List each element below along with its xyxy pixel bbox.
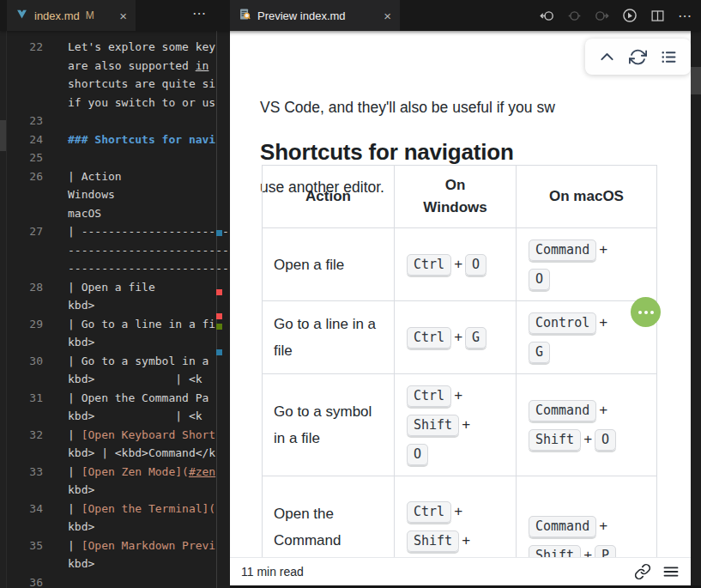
editor-line: 31| Open the Command Pa xyxy=(0,389,230,408)
code-segment: [Open the Terminal]( xyxy=(82,502,216,515)
table-row: Go to a symbol in a fileCtrl+Shift+OComm… xyxy=(263,374,657,476)
modified-badge: M xyxy=(86,9,94,21)
close-icon[interactable]: × xyxy=(384,9,391,22)
code-segment: | Go to a line in a fi xyxy=(68,318,215,330)
key-line: Control+ xyxy=(529,308,644,337)
editor-line: 28| Open a file xyxy=(0,278,230,297)
preview-scrollbar[interactable] xyxy=(691,31,701,585)
read-time: 11 min read xyxy=(241,565,304,579)
windows-keys-cell: Ctrl+O xyxy=(395,228,517,301)
code-segment: Windows xyxy=(68,188,115,201)
collapse-icon[interactable] xyxy=(598,48,616,66)
plus-separator: + xyxy=(581,547,595,559)
table-row: Open the Command PaletteCtrl+Shift+PComm… xyxy=(263,476,657,559)
tab-bar: index.md M × ⋯ Preview index.md × xyxy=(0,0,701,31)
line-text: | Open the Command Pa xyxy=(68,389,208,408)
link-icon[interactable] xyxy=(634,563,651,580)
code-segment: | Open a file xyxy=(68,281,155,294)
code-segment: [Open Markdown Previ xyxy=(82,539,216,552)
kbd-chip: Shift xyxy=(407,415,459,436)
plus-separator: + xyxy=(581,431,595,447)
kbd-chip: Shift xyxy=(407,530,459,552)
circle-icon[interactable] xyxy=(567,9,582,23)
kbd-chip: O xyxy=(595,429,616,451)
markdown-preview-icon xyxy=(239,8,251,23)
editor-line: are also supported in xyxy=(0,57,230,76)
plus-separator: + xyxy=(451,329,465,345)
code-segment: -------------------------- xyxy=(68,262,230,275)
code-segment: | Go to a symbol in a xyxy=(68,355,208,367)
navigate-back-icon[interactable] xyxy=(540,9,554,23)
dot xyxy=(644,311,648,314)
code-segment: shortcuts are quite si xyxy=(68,77,215,90)
action-cell: Open a file xyxy=(263,228,395,301)
menu-icon[interactable] xyxy=(662,563,680,580)
code-segment: #zen xyxy=(189,465,215,478)
plus-separator: + xyxy=(459,416,473,433)
tab-title: index.md xyxy=(34,9,80,22)
key-line: Shift+ xyxy=(407,526,504,555)
key-line: G xyxy=(529,337,644,367)
tab-preview-index-md[interactable]: Preview index.md × xyxy=(230,0,400,31)
editor-ruler xyxy=(216,31,217,588)
shortcuts-table: ActionOn WindowsOn macOSOpen a fileCtrl+… xyxy=(262,165,657,558)
kbd-chip: P xyxy=(595,545,616,559)
code-segment: kbd> xyxy=(68,557,94,570)
run-icon[interactable] xyxy=(622,8,638,23)
navigate-forward-icon[interactable] xyxy=(595,9,609,23)
key-line: Command+ xyxy=(529,396,644,425)
line-text: ### Shortcuts for navi xyxy=(68,130,215,149)
code-segment: kbd> xyxy=(68,299,94,312)
more-actions-icon[interactable]: ⋯ xyxy=(678,8,692,24)
split-editor-icon[interactable] xyxy=(650,9,665,23)
scrollbar-thumb[interactable] xyxy=(691,67,701,94)
plus-separator: + xyxy=(451,256,465,272)
kbd-chip: Shift xyxy=(529,429,581,451)
editor-line: kbd> xyxy=(0,555,230,573)
code-segment: kbd> | <k xyxy=(68,409,202,422)
editor-line: 32| [Open Keyboard Short xyxy=(0,426,230,445)
code-segment: ### Shortcuts for navi xyxy=(68,133,215,146)
line-text: are also supported in xyxy=(68,57,208,76)
line-text: if you switch to or us xyxy=(68,94,215,112)
kbd-chip: Control xyxy=(529,312,596,334)
kbd-chip: Command xyxy=(529,516,596,537)
kbd-chip: O xyxy=(465,254,486,276)
code-segment: kbd> | <kbd>Command</k xyxy=(68,446,215,459)
close-icon[interactable]: × xyxy=(119,9,127,22)
code-segment: -------------------------- xyxy=(68,244,230,257)
editor-left-scrollbar[interactable] xyxy=(0,31,7,588)
line-text: kbd> | <kbd>Command</k xyxy=(68,444,215,463)
key-line: Ctrl+ xyxy=(407,497,504,526)
line-text: kbd> xyxy=(68,296,94,315)
kbd-chip: Ctrl xyxy=(407,385,451,407)
preview-footer: 11 min read xyxy=(230,557,691,585)
editor-line: kbd> | <k xyxy=(0,370,230,389)
paragraph-line: VS Code, and they'll also be useful if y… xyxy=(260,94,555,121)
key-line: Command+ xyxy=(529,512,644,541)
outline-list-icon[interactable] xyxy=(660,48,678,66)
editor-line: 24### Shortcuts for navi xyxy=(0,130,230,149)
kbd-chip: Ctrl xyxy=(407,501,451,523)
editor-line: Windows xyxy=(0,185,230,204)
line-text: | Action xyxy=(68,167,122,186)
code-segment: kbd> xyxy=(68,336,94,349)
editor-actions-overflow-icon[interactable]: ⋯ xyxy=(192,5,207,21)
assistant-bubble-button[interactable] xyxy=(631,297,661,327)
editor-line: kbd> xyxy=(0,481,230,500)
line-text: | Go to a symbol in a xyxy=(68,352,208,371)
kbd-chip: Command xyxy=(529,239,596,261)
code-segment: in xyxy=(196,59,209,72)
code-segment: kbd> xyxy=(68,483,94,496)
plus-separator: + xyxy=(596,402,610,418)
code-editor[interactable]: 22Let's explore some keyare also support… xyxy=(0,31,230,588)
plus-separator: + xyxy=(596,314,610,330)
tab-index-md[interactable]: index.md M × xyxy=(7,0,136,31)
editor-line: 27| ------------------------ xyxy=(0,222,230,241)
key-line: O xyxy=(407,439,504,469)
markdown-file-icon xyxy=(15,8,28,23)
windows-keys-cell: Ctrl+Shift+O xyxy=(395,374,517,476)
key-line: Ctrl+ xyxy=(407,381,504,410)
kbd-chip: Command xyxy=(529,400,596,421)
refresh-icon[interactable] xyxy=(629,48,647,66)
